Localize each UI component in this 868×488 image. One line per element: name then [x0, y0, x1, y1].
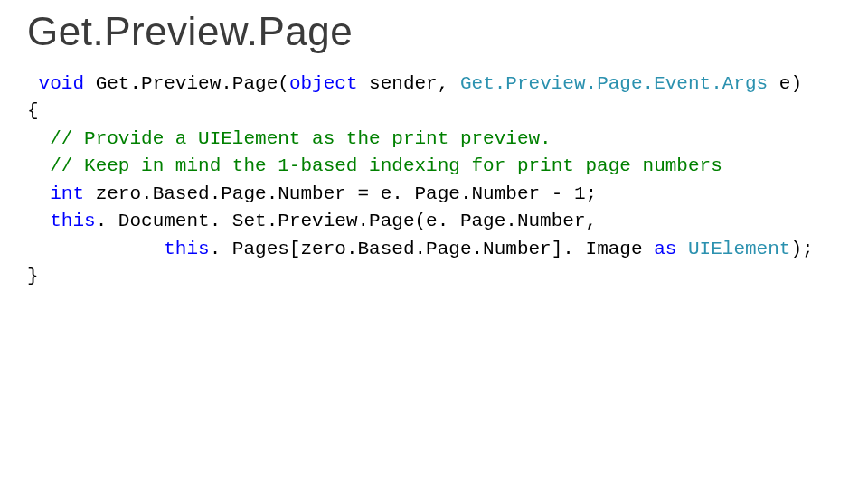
line5-rest: zero.Based.Page.Number = e. Page.Number …	[84, 183, 597, 204]
code-line-8: }	[27, 266, 39, 286]
comment-1: // Provide a UIElement as the print prev…	[50, 128, 552, 149]
code-line-3: // Provide a UIElement as the print prev…	[27, 128, 552, 149]
slide: Get.Preview.Page void Get.Preview.Page(o…	[0, 0, 868, 291]
code-line-4: // Keep in mind the 1-based indexing for…	[27, 155, 722, 176]
param-sender: sender,	[358, 73, 460, 94]
keyword-int: int	[50, 183, 84, 204]
code-line-2: {	[27, 100, 39, 121]
keyword-object: object	[289, 73, 358, 94]
slide-title: Get.Preview.Page	[27, 9, 841, 54]
line7-tail: );	[790, 239, 813, 259]
method-name: Get.Preview.Page(	[84, 73, 289, 94]
keyword-as: as	[654, 239, 676, 259]
param-tail: e)	[768, 73, 802, 94]
code-line-6: this. Document. Set.Preview.Page(e. Page…	[27, 211, 597, 231]
keyword-this-2: this	[164, 239, 209, 259]
line6-rest: . Document. Set.Preview.Page(e. Page.Num…	[96, 211, 598, 231]
keyword-void: void	[39, 73, 84, 94]
keyword-this-1: this	[50, 211, 95, 231]
code-block: void Get.Preview.Page(object sender, Get…	[27, 70, 841, 291]
type-uielement: UIElement	[688, 239, 790, 259]
code-line-7: this. Pages[zero.Based.Page.Number]. Ima…	[27, 239, 814, 259]
comment-2: // Keep in mind the 1-based indexing for…	[50, 155, 722, 176]
code-line-5: int zero.Based.Page.Number = e. Page.Num…	[27, 183, 597, 204]
code-line-1: void Get.Preview.Page(object sender, Get…	[27, 73, 802, 94]
type-eventargs: Get.Preview.Page.Event.Args	[460, 73, 768, 94]
line7-mid: . Pages[zero.Based.Page.Number]. Image	[210, 239, 654, 259]
